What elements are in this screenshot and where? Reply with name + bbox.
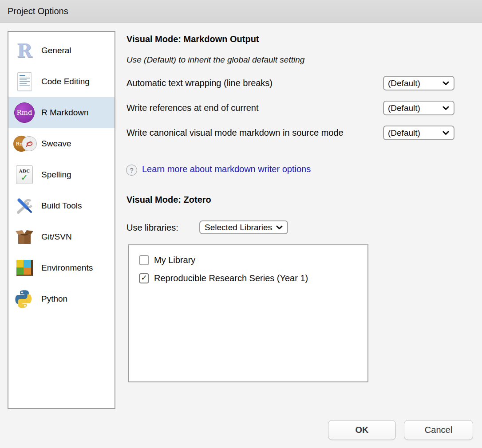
cancel-button[interactable]: Cancel [404,420,473,440]
sidebar-item-environments[interactable]: Environments [8,252,115,283]
tools-icon [13,195,36,217]
ok-button[interactable]: OK [328,420,396,440]
box-icon [13,226,36,248]
write-references-select[interactable]: (Default) [383,101,454,115]
sidebar-item-sweave[interactable]: Rnw Sweave [8,128,115,159]
window-title: Project Options [8,6,68,16]
text-wrapping-select[interactable]: (Default) [383,76,454,90]
sidebar-item-git-svn[interactable]: Git/SVN [8,221,115,252]
zotero-libraries-list: My Library Reproducible Research Series … [128,244,368,382]
sidebar-item-r-markdown[interactable]: Rmd R Markdown [8,97,115,128]
list-item-my-library: My Library [139,255,367,265]
markdown-output-heading: Visual Mode: Markdown Output [126,34,259,44]
sweave-pdf-icon: Rnw [13,133,36,155]
chevron-down-icon [276,225,283,230]
my-library-checkbox[interactable] [139,255,149,265]
use-libraries-label: Use libraries: [126,221,198,234]
canonical-markdown-select[interactable]: (Default) [383,126,454,140]
cube-icon [13,257,36,279]
rmarkdown-icon: Rmd [13,102,36,124]
reproducible-research-checkbox[interactable] [139,273,149,283]
canonical-markdown-label: Write canonical visual mode markdown in … [126,126,377,139]
list-item-reproducible-research: Reproducible Research Series (Year 1) [139,273,367,283]
python-icon [13,288,36,310]
zotero-heading: Visual Mode: Zotero [126,195,211,205]
markdown-writer-help-link[interactable]: Learn more about markdown writer options [142,164,311,174]
sidebar-item-code-editing[interactable]: Code Editing [8,66,115,97]
sidebar-item-python[interactable]: Python [8,283,115,314]
r-logo-icon: R [13,39,36,62]
sidebar-item-general[interactable]: R General [8,35,115,66]
write-references-label: Write references at end of current [126,101,377,114]
sidebar-item-spelling[interactable]: ABC✓ Spelling [8,159,115,190]
chevron-down-icon [442,131,449,135]
text-wrapping-label: Automatic text wrapping (line breaks) [126,76,377,90]
spellcheck-icon: ABC✓ [13,164,36,186]
code-document-icon [13,71,36,93]
sidebar-item-build-tools[interactable]: Build Tools [8,190,115,221]
chevron-down-icon [442,106,449,110]
sidebar: R General Code Editing Rmd R Markdown Rn… [8,31,115,409]
use-libraries-select[interactable]: Selected Libraries [199,220,288,234]
titlebar: Project Options [0,0,482,23]
default-inherit-note: Use (Default) to inherit the global defa… [126,55,304,65]
help-question-icon[interactable]: ? [126,165,137,176]
chevron-down-icon [442,81,449,86]
